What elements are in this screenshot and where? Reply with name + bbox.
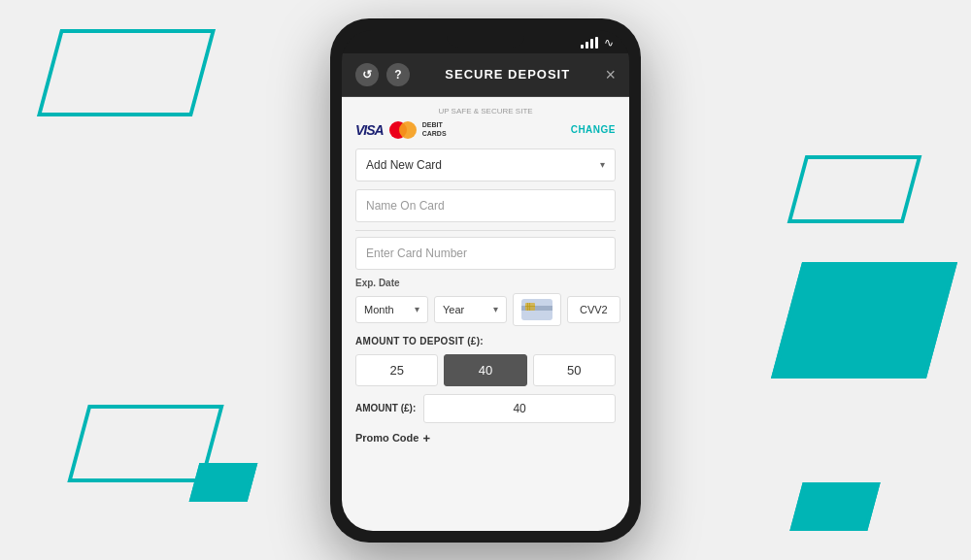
signal-bar-3: [590, 39, 593, 49]
card-number-placeholder: Enter Card Number: [366, 247, 467, 260]
signal-icon: [581, 37, 598, 49]
phone-frame: ∿ ↺ ? SECURE DEPOSIT × UP SAFE & SECURE …: [330, 18, 641, 543]
payment-methods-row: VISA DEBITCARDS CHANGE: [355, 121, 616, 139]
signal-bar-1: [581, 45, 584, 49]
payment-logos: VISA DEBITCARDS: [355, 121, 447, 139]
exp-date-label: Exp. Date: [355, 278, 616, 288]
amount-button-40[interactable]: 40: [444, 354, 526, 386]
refresh-icon[interactable]: ↺: [355, 63, 379, 86]
close-button[interactable]: ×: [605, 66, 616, 83]
mastercard-logo: [389, 121, 417, 139]
mc-circle-yellow: [399, 121, 417, 139]
bg-decoration-6: [189, 463, 258, 502]
chevron-down-icon: ▾: [600, 159, 605, 170]
year-select[interactable]: Year ▾: [434, 296, 507, 323]
signal-bar-2: [586, 42, 588, 49]
name-on-card-input[interactable]: Name On Card: [355, 189, 616, 222]
phone-screen: ∿ ↺ ? SECURE DEPOSIT × UP SAFE & SECURE …: [342, 30, 629, 531]
amount-input-row: AMOUNT (£): 40: [355, 394, 616, 423]
cvv-label: CVV2: [580, 304, 608, 315]
card-select-text: Add New Card: [366, 158, 442, 172]
card-chip-icon: [513, 293, 561, 326]
name-on-card-placeholder: Name On Card: [366, 199, 445, 213]
signal-bar-4: [595, 37, 598, 49]
help-icon[interactable]: ?: [386, 63, 410, 86]
promo-code-label: Promo Code: [355, 432, 419, 444]
modal-content: UP SAFE & SECURE SITE VISA DEBITCARDS CH…: [342, 97, 629, 531]
year-chevron-icon: ▾: [493, 304, 498, 314]
bg-decoration-4: [771, 262, 957, 379]
exp-date-row: Month ▾ Year ▾: [355, 293, 616, 326]
amount-button-25[interactable]: 25: [355, 354, 438, 386]
header-icons: ↺ ?: [355, 63, 410, 86]
bg-decoration-5: [789, 482, 880, 531]
amount-input[interactable]: 40: [423, 394, 616, 423]
promo-plus-icon: +: [422, 431, 430, 445]
svg-rect-5: [525, 306, 535, 307]
debit-cards-label: DEBITCARDS: [422, 121, 447, 138]
amount-button-50[interactable]: 50: [533, 354, 616, 386]
divider-1: [355, 230, 616, 231]
month-select[interactable]: Month ▾: [355, 296, 428, 323]
secure-text: UP SAFE & SECURE SITE: [355, 107, 616, 115]
change-button[interactable]: CHANGE: [571, 124, 616, 135]
card-svg: [521, 299, 552, 320]
amount-buttons-row: 25 40 50: [355, 354, 616, 386]
bg-decoration-3: [787, 155, 922, 223]
bg-decoration-1: [37, 29, 216, 116]
visa-logo: VISA: [355, 122, 384, 138]
card-number-input[interactable]: Enter Card Number: [355, 237, 616, 270]
modal-header: ↺ ? SECURE DEPOSIT ×: [342, 53, 629, 97]
amount-input-label: AMOUNT (£):: [355, 403, 416, 413]
card-select-dropdown[interactable]: Add New Card ▾: [355, 148, 616, 181]
cvv-input[interactable]: CVV2: [567, 296, 620, 323]
promo-code-row[interactable]: Promo Code +: [355, 431, 616, 445]
amount-section-label: AMOUNT TO DEPOSIT (£):: [355, 336, 616, 346]
year-select-text: Year: [443, 304, 464, 315]
phone-notch: [447, 30, 524, 48]
month-select-text: Month: [364, 304, 394, 315]
modal-title: SECURE DEPOSIT: [445, 67, 570, 82]
month-chevron-icon: ▾: [415, 304, 419, 314]
wifi-icon: ∿: [604, 36, 614, 49]
